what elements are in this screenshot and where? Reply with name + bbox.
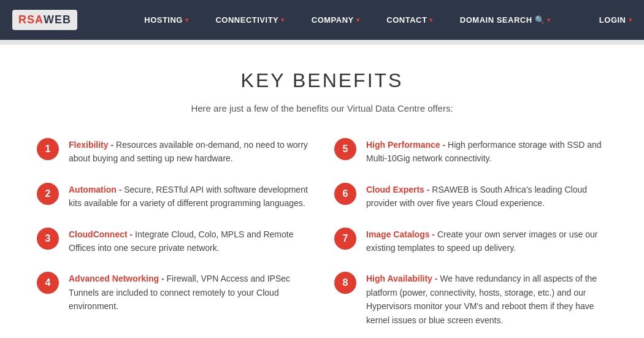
nav-item-connectivity[interactable]: CONNECTIVITY ▾ <box>202 15 297 25</box>
nav-item-hosting[interactable]: HOSTING ▾ <box>131 15 202 25</box>
benefits-column-right: 5 High Performance - High performance st… <box>334 138 607 338</box>
benefit-title-8: High Availability - <box>366 274 437 283</box>
nav-item-company[interactable]: COMPANY ▾ <box>298 15 373 25</box>
benefit-item-4: 4 Advanced Networking - Firewall, VPN Ac… <box>37 272 310 313</box>
benefit-title-4: Advanced Networking - <box>69 274 164 283</box>
section-title: KEY BENEFITS <box>37 69 607 92</box>
benefit-item-6: 6 Cloud Experts - RSAWEB is South Africa… <box>334 183 607 210</box>
benefits-grid: 1 Flexibility - Resources available on-d… <box>37 138 607 338</box>
benefit-item-3: 3 CloudConnect - Integrate Cloud, Colo, … <box>37 228 310 255</box>
benefit-text-4: Advanced Networking - Firewall, VPN Acce… <box>69 272 310 313</box>
benefit-text-6: Cloud Experts - RSAWEB is South Africa's… <box>366 183 607 210</box>
nav-company-arrow: ▾ <box>356 17 360 23</box>
benefit-number-2: 2 <box>37 183 59 205</box>
logo-web: WEB <box>44 13 71 26</box>
benefit-text-7: Image Catalogs - Create your own server … <box>366 228 607 255</box>
benefit-number-4: 4 <box>37 272 59 294</box>
nav-company-label: COMPANY <box>312 15 354 25</box>
benefit-number-6: 6 <box>334 183 356 205</box>
benefit-title-1: Flexibility - <box>69 140 113 150</box>
benefit-text-8: High Availability - We have redundancy i… <box>366 272 607 327</box>
benefit-number-3: 3 <box>37 228 59 250</box>
benefit-number-7: 7 <box>334 228 356 250</box>
benefit-title-5: High Performance - <box>366 140 445 150</box>
benefit-item-5: 5 High Performance - High performance st… <box>334 138 607 166</box>
nav-domain-search-arrow: ▾ <box>547 17 551 23</box>
nav-hosting-label: HOSTING <box>144 15 183 25</box>
benefit-title-2: Automation - <box>69 185 121 194</box>
benefit-text-2: Automation - Secure, RESTful API with so… <box>69 183 310 210</box>
nav-login-label: LOGIN <box>599 15 626 25</box>
nav-domain-search-label: DOMAIN SEARCH <box>460 15 532 25</box>
nav-items-list: HOSTING ▾ CONNECTIVITY ▾ COMPANY ▾ CONTA… <box>96 15 599 25</box>
nav-divider <box>0 40 644 45</box>
logo-rsa: RSA <box>18 13 44 26</box>
benefit-item-8: 8 High Availability - We have redundancy… <box>334 272 607 327</box>
benefit-title-3: CloudConnect - <box>69 229 132 239</box>
benefit-number-5: 5 <box>334 138 356 160</box>
search-icon: 🔍 <box>535 15 545 25</box>
nav-login-arrow: ▾ <box>629 17 632 23</box>
benefit-number-1: 1 <box>37 138 59 160</box>
nav-contact-arrow: ▾ <box>429 17 433 23</box>
benefit-item-1: 1 Flexibility - Resources available on-d… <box>37 138 310 166</box>
benefit-number-8: 8 <box>334 272 356 294</box>
benefits-column-left: 1 Flexibility - Resources available on-d… <box>37 138 310 338</box>
logo[interactable]: RSAWEB <box>12 10 77 30</box>
nav-hosting-arrow: ▾ <box>185 17 189 23</box>
benefit-title-7: Image Catalogs - <box>366 229 435 239</box>
benefit-text-3: CloudConnect - Integrate Cloud, Colo, MP… <box>69 228 310 255</box>
benefit-title-6: Cloud Experts - <box>366 185 429 194</box>
nav-contact-label: CONTACT <box>386 15 427 25</box>
nav-login-button[interactable]: LOGIN ▾ <box>599 15 632 25</box>
benefit-text-5: High Performance - High performance stor… <box>366 138 607 166</box>
main-content: KEY BENEFITS Here are just a few of the … <box>0 45 644 338</box>
benefit-item-7: 7 Image Catalogs - Create your own serve… <box>334 228 607 255</box>
nav-item-contact[interactable]: CONTACT ▾ <box>373 15 447 25</box>
main-nav: RSAWEB HOSTING ▾ CONNECTIVITY ▾ COMPANY … <box>0 0 644 40</box>
nav-item-domain-search[interactable]: DOMAIN SEARCH 🔍 ▾ <box>447 15 564 25</box>
nav-connectivity-arrow: ▾ <box>281 17 285 23</box>
nav-connectivity-label: CONNECTIVITY <box>215 15 278 25</box>
benefit-item-2: 2 Automation - Secure, RESTful API with … <box>37 183 310 210</box>
section-subtitle: Here are just a few of the benefits our … <box>37 103 607 113</box>
benefit-text-1: Flexibility - Resources available on-dem… <box>69 138 310 166</box>
